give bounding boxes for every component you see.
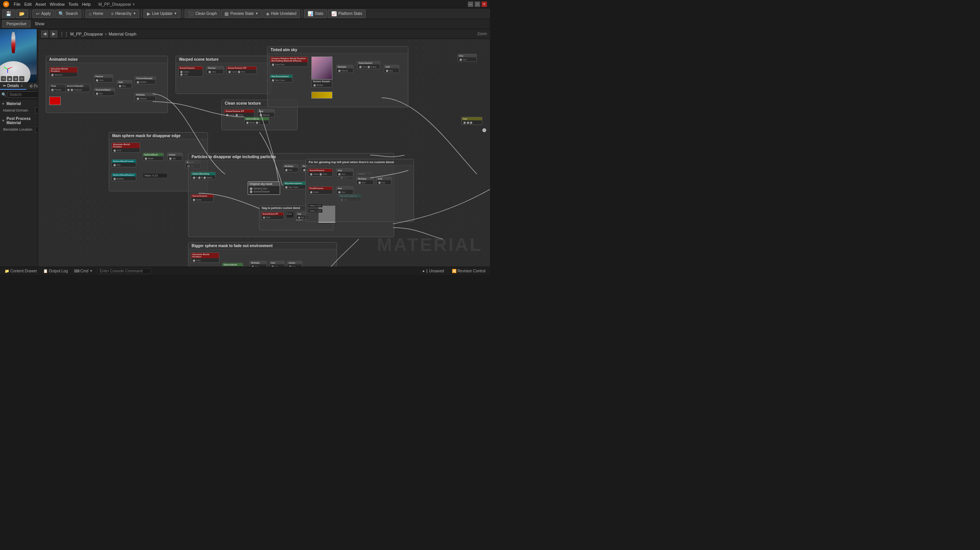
node-multiply-part-1[interactable]: Multiply ⬤ Out (283, 164, 298, 172)
node-original-sky-mask[interactable]: Original sky mask ⬤ VertexColor⬤ SceneTe… (248, 181, 280, 195)
node-sphere-mask-mid[interactable]: SphereMask ⬤ Mask ⬤ A (244, 117, 269, 125)
hide-unrelated-button[interactable]: ◈ Hide Unrelated (263, 10, 300, 18)
details-search-input[interactable] (8, 91, 38, 98)
show-tab[interactable]: Show (31, 20, 48, 28)
viewport-ctrl-2[interactable]: ◉ (7, 76, 12, 81)
window-tab[interactable]: M_PP_Disappear × (98, 2, 135, 6)
details-tab-close[interactable]: ✕ (20, 84, 23, 88)
cmd-button[interactable]: ⌨ Cmd ▼ (73, 269, 94, 273)
blendable-location-dropdown[interactable]: Before Tonemapping (35, 126, 38, 133)
status-right: ● 1 Unsaved 🔀 Revision Control (421, 269, 487, 273)
node-vector-1[interactable]: VectorToRadial ⬤ ⬤ Outputs (65, 84, 90, 92)
console-input[interactable] (97, 268, 151, 274)
parameters-tab[interactable]: ⚙ Parameters (26, 82, 38, 90)
viewport-ctrl-4[interactable]: ⟳ (19, 76, 24, 81)
details-tab[interactable]: ✏ Details ✕ (0, 82, 26, 90)
node-scene-tex-pp-1[interactable]: SceneTexture PP ⬤ Color ⬤ UVs (226, 66, 257, 74)
save-button[interactable]: 💾 (2, 10, 15, 18)
nav-forward-button[interactable]: ▶ (50, 31, 57, 37)
search-small-icon: 🔍 (2, 92, 6, 97)
node-output-3[interactable]: lerp ⬤ ⬤ ⬤ (461, 117, 482, 125)
material-domain-dropdown[interactable]: Post Process (35, 107, 38, 113)
maximize-button[interactable]: □ (475, 2, 480, 7)
node-add-sky[interactable]: Add ⬤ Out (384, 65, 399, 73)
content-drawer-button[interactable]: 📁 Content Drawer (3, 269, 39, 273)
browse-button[interactable]: 📂 (16, 10, 28, 18)
node-scene-tex-1[interactable]: SceneTexture ⬤ Color⬤ UVs (178, 66, 203, 77)
nav-back-button[interactable]: ◀ (41, 31, 48, 37)
node-multiply-1[interactable]: Multiply ⬤ Result (135, 93, 156, 101)
clean-graph-button[interactable]: ⬛ Clean Graph (185, 10, 221, 18)
node-sample-1[interactable]: TextureSample ⬤ RGBA (135, 76, 156, 84)
home-button[interactable]: ⌂ Home (85, 10, 107, 18)
minimize-button[interactable]: ─ (468, 2, 473, 7)
node-sky-atm-1[interactable]: SkyAtmosphere ⬤ Sky Color (270, 74, 293, 82)
material-domain-label: Material Domain (3, 108, 34, 112)
node-scene-tex-fix[interactable]: SceneTexture ⬤ Color ⬤ UVs (308, 168, 333, 176)
menu-edit[interactable]: Edit (24, 2, 32, 6)
fix-pixel-header: Fix for glowing top left pixel when ther… (306, 159, 414, 165)
close-button[interactable]: ✕ (482, 2, 487, 7)
node-lerp-fix-1[interactable]: lerp ⬤ Out (336, 168, 353, 176)
node-clamp-big[interactable]: clamp ⬤ Out (287, 261, 302, 267)
node-right-top[interactable]: lerp ⬤ Out (458, 54, 477, 62)
live-update-label: Live Update (152, 11, 172, 16)
output-log-button[interactable]: 📋 Output Log (42, 269, 69, 273)
graph-area[interactable]: ◀ ▶ ⋮⋮ M_PP_Disappear > Material Graph Z… (38, 29, 490, 267)
node-lerp-1[interactable]: lerp ⬤ Result (258, 109, 275, 117)
node-sphere-mask-main[interactable]: SphereMask ⬤ Mask (143, 153, 164, 161)
viewport-ctrl-3[interactable]: ⊞ (13, 76, 18, 81)
post-process-section-header[interactable]: ▼ Post Process Material (2, 116, 36, 126)
bigger-sphere-header: Bigger sphere mask to fade out environme… (189, 243, 337, 249)
preview-state-button[interactable]: ▦ Preview State ▼ (221, 10, 262, 18)
node-group-animated-noise: Animated noise Absolute World Position ⬤… (46, 56, 168, 113)
node-sky-atm-part[interactable]: SkyAtmosphere ⬤ Sky Color (283, 181, 306, 189)
node-clamp-sphere[interactable]: clamp ⬤ Val (167, 153, 182, 161)
apply-button[interactable]: ↩ Apply (32, 10, 54, 18)
node-lerp-fix-2[interactable]: lerp ⬤ Out (336, 186, 353, 194)
node-pp-fix[interactable]: PostProcess ⬤ Color (308, 186, 333, 194)
node-lerp-big[interactable]: lerp ⬤ Out (269, 261, 285, 267)
viewport-ctrl-1[interactable]: ⟲ (1, 76, 6, 81)
node-sphere-param-2[interactable]: SphereMaskRadius ⬤ Radius (111, 173, 136, 181)
node-cam-rel-world[interactable]: Camera Relative World Position (Excludin… (270, 57, 308, 67)
node-abs-world-pos-1[interactable]: Absolute World Position ⬤ Vector3 (49, 67, 78, 77)
node-alpha-blend[interactable]: Alpha Blending ⬤ A ⬤ B ⬤ Alpha (191, 172, 216, 180)
node-multiply-fix[interactable]: Multiply ⬤ Out (356, 177, 374, 185)
toolbar-sep-1 (30, 10, 31, 18)
node-add-1[interactable]: Add ⬤ Out (117, 80, 132, 88)
menu-tools[interactable]: Tools (68, 2, 78, 6)
menu-window[interactable]: Window (50, 2, 64, 6)
node-panner-1[interactable]: Panner ⬤ UVs (94, 74, 113, 82)
node-scene-tex-pp-2[interactable]: SceneTexture PP ⬤ Color ⬤ UVs (224, 109, 255, 117)
menu-file[interactable]: File (14, 2, 21, 6)
search-button[interactable]: 🔍 Search (55, 10, 81, 18)
node-multiply-sky[interactable]: Multiply ⬤ Result (336, 65, 353, 73)
node-scene-tex-part[interactable]: SceneTexture ⬤ Color (191, 194, 214, 202)
unsaved-icon: ● (422, 269, 425, 273)
node-abs-world-big[interactable]: Absolute World Position ⬤ XYZ (191, 252, 219, 263)
node-panner-2[interactable]: Panner ⬤ UVs (206, 66, 224, 74)
platform-stats-button[interactable]: 📈 Platform Stats (328, 10, 366, 18)
hierarchy-label: Hierarchy (115, 11, 132, 16)
menu-help[interactable]: Help (82, 2, 91, 6)
node-sphere-param-1[interactable]: SphereMaskCenter ⬤ Pos (111, 159, 136, 167)
live-update-button[interactable]: ▶ Live Update ▼ (143, 10, 180, 18)
node-abs-world-sphere[interactable]: Absolute World Position ⬤ XYZ (111, 142, 140, 153)
node-multiply-big[interactable]: Multiply ⬤ Out (250, 261, 267, 267)
post-process-material-section: ▼ Post Process Material Blendable Locati… (2, 116, 36, 133)
hierarchy-button[interactable]: ≡ Hierarchy ▼ (108, 10, 140, 18)
stats-button[interactable]: 📊 Stats (304, 10, 327, 18)
node-add-fix[interactable]: Add ⬤ Out (376, 177, 392, 185)
perspective-tab[interactable]: Perspective (2, 20, 31, 28)
node-sphere-mask-big[interactable]: SphereMask ⬤ Mask (222, 263, 243, 267)
breadcrumb-asset[interactable]: M_PP_Disappear (70, 32, 103, 36)
details-content: ▼ Material Material Domain Post Process … (0, 99, 38, 267)
node-static-switch[interactable]: StaticSwitch ⬤ True ⬤ False (357, 61, 380, 69)
node-tex-sample-sky[interactable]: Texture Sample ⬤ RGBA (311, 79, 332, 87)
node-tex-1[interactable]: TextureObject ⬤ Tex (94, 88, 115, 96)
menu-asset[interactable]: Asset (35, 2, 46, 6)
material-section-header[interactable]: ▼ Material (2, 101, 36, 107)
revision-control-button[interactable]: 🔀 Revision Control (450, 269, 487, 273)
node-scene-tex-nag[interactable]: SceneTexture PP ⬤ Color (261, 212, 284, 220)
